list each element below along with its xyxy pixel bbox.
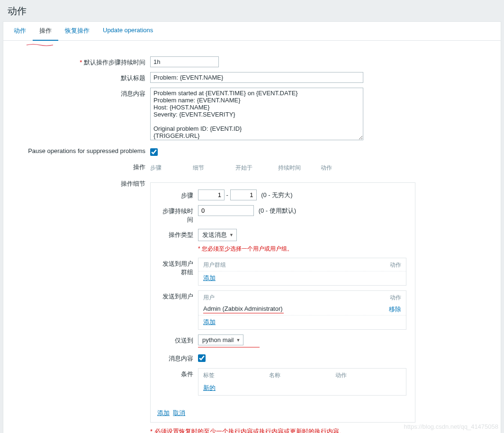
cond-col-name: 名称 xyxy=(269,371,335,379)
detail-cancel-link[interactable]: 取消 xyxy=(173,409,185,416)
only-send-to-select[interactable]: python mail xyxy=(198,334,243,345)
ops-col-action: 动作 xyxy=(321,164,363,172)
label-operation-detail: 操作细节 xyxy=(13,179,150,188)
cond-col-label: 标签 xyxy=(203,371,269,379)
tabs: 动作 操作 恢复操作 Update operations xyxy=(3,22,501,41)
user-row-name: Admin (Zabbix Administrator) xyxy=(203,305,373,314)
label-default-subject: 默认标题 xyxy=(13,72,150,82)
detail-label-op-type: 操作类型 xyxy=(157,229,198,239)
err-need-user: 您必须至少选择一个用户或用户组。 xyxy=(202,245,293,252)
groups-col-name: 用户群组 xyxy=(203,261,373,269)
label-pause-suppressed: Pause operations for suppressed problems xyxy=(13,146,150,154)
users-col-name: 用户 xyxy=(203,294,373,302)
detail-label-conditions: 条件 xyxy=(157,368,198,379)
annotation-underline xyxy=(203,313,284,314)
detail-label-step-duration: 步骤持续时间 xyxy=(157,205,198,224)
message-textarea[interactable]: Problem started at {EVENT.TIME} on {EVEN… xyxy=(150,88,363,140)
conditions-table: 标签 名称 动作 新的 xyxy=(198,368,406,396)
pause-suppressed-checkbox[interactable] xyxy=(150,148,158,156)
detail-label-send-groups: 发送到用户群组 xyxy=(157,258,198,277)
operation-detail-box: 步骤 - (0 - 无穷大) 步骤持续时间 xyxy=(150,182,415,423)
cond-col-action: 动作 xyxy=(335,371,401,379)
users-add-link[interactable]: 添加 xyxy=(203,318,216,325)
annotation-squiggle xyxy=(26,44,54,46)
op-type-select[interactable]: 发送消息 xyxy=(198,229,237,241)
message-content-checkbox[interactable] xyxy=(198,354,206,362)
step-to-input[interactable] xyxy=(230,189,257,200)
tab-action[interactable]: 动作 xyxy=(7,22,33,40)
groups-col-action: 动作 xyxy=(373,261,401,269)
detail-label-send-users: 发送到用户 xyxy=(157,290,198,301)
step-infinity-hint: (0 - 无穷大) xyxy=(258,191,292,198)
detail-add-link[interactable]: 添加 xyxy=(157,409,170,416)
ops-col-step: 步骤 xyxy=(150,164,193,172)
step-duration-hint: (0 - 使用默认) xyxy=(256,207,296,214)
page-title: 动作 xyxy=(0,0,504,21)
ops-col-detail: 细节 xyxy=(193,164,235,172)
label-default-step-duration: * 默认操作步骤持续时间 xyxy=(13,56,150,67)
users-table: 用户 动作 Admin (Zabbix Administrator) xyxy=(198,290,406,330)
operations-table: 步骤 细节 开始于 持续时间 动作 xyxy=(150,162,363,174)
groups-add-link[interactable]: 添加 xyxy=(203,274,216,281)
default-subject-input[interactable] xyxy=(150,72,363,83)
detail-label-step: 步骤 xyxy=(157,189,198,200)
label-message: 消息内容 xyxy=(13,88,150,98)
default-step-duration-input[interactable] xyxy=(150,56,219,67)
bottom-error: 必须设置恢复时的至少一个执行内容或执行内容或更新时的执行内容。 xyxy=(154,428,345,433)
users-col-action: 动作 xyxy=(373,294,401,302)
tab-update[interactable]: Update operations xyxy=(96,22,160,40)
tab-operations[interactable]: 操作 xyxy=(33,22,58,41)
user-remove-link[interactable]: 移除 xyxy=(389,306,401,313)
detail-label-only-send: 仅送到 xyxy=(157,334,198,345)
detail-label-msg-content: 消息内容 xyxy=(157,352,198,363)
step-duration-input[interactable] xyxy=(198,205,254,216)
ops-col-duration: 持续时间 xyxy=(278,164,321,172)
step-from-input[interactable] xyxy=(198,189,225,200)
label-operations: 操作 xyxy=(13,162,150,171)
cond-new-link[interactable]: 新的 xyxy=(203,384,216,391)
tab-recovery[interactable]: 恢复操作 xyxy=(58,22,96,40)
user-groups-table: 用户群组 动作 添加 xyxy=(198,258,406,286)
annotation-underline xyxy=(198,347,260,348)
ops-col-start: 开始于 xyxy=(235,164,278,172)
